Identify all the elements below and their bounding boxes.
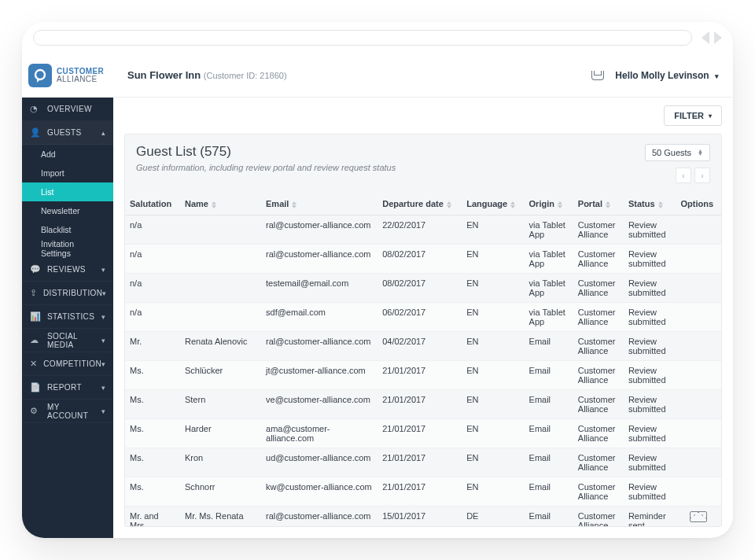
cell: n/a [125,274,180,303]
sidebar-item-distribution[interactable]: ⇪DISTRIBUTION▾ [22,282,113,305]
cell: ral@customer-alliance.com [261,332,378,361]
main-column: Sun Flower Inn (Customer ID: 21860) Hell… [113,53,733,538]
cell: Customer Alliance [573,303,624,332]
cell [180,216,261,245]
table-row[interactable]: Ms.Schnorrkw@customer-alliance.com21/01/… [125,477,721,507]
col-header-departure-date[interactable]: Departure date [378,193,462,216]
nav-forward-icon[interactable] [714,31,722,44]
cell-options [676,477,721,507]
sidebar-item-guests[interactable]: 👤GUESTS▴ [22,121,113,145]
cell: ral@customer-alliance.com [261,216,378,245]
cell: Review submitted [624,419,676,448]
cell-options [676,419,721,448]
col-header-language[interactable]: Language [462,193,524,216]
sidebar-item-label: STATISTICS [47,312,101,321]
table-row[interactable]: n/aral@customer-alliance.com08/02/2017EN… [125,245,721,274]
cell: 08/02/2017 [378,274,462,303]
left-column: CUSTOMER ALLIANCE ◔OVERVIEW👤GUESTS▴AddIm… [22,53,113,538]
sort-icon [510,201,515,208]
cell [180,274,261,303]
guest-table: SalutationNameEmailDeparture dateLanguag… [125,193,721,526]
cell: Schlücker [180,361,261,390]
sidebar-item-label: MY ACCOUNT [47,403,101,420]
mail-icon[interactable] [690,511,707,522]
sidebar-item-label: REVIEWS [47,265,101,274]
sidebar-item-label: Add [41,149,56,159]
sidebar-subitem-list[interactable]: List [22,182,113,201]
cell: 21/01/2017 [378,477,462,507]
sidebar-subitem-add[interactable]: Add [22,145,113,164]
cell: Email [525,390,573,419]
table-scroll[interactable]: SalutationNameEmailDeparture dateLanguag… [125,193,721,526]
col-header-email[interactable]: Email [261,193,378,216]
cell [180,245,261,274]
sidebar-item-my-account[interactable]: ⚙MY ACCOUNT▾ [22,400,113,423]
col-header-label: Portal [578,199,602,208]
inbox-icon[interactable] [591,71,604,80]
cell: n/a [125,245,180,274]
table-row[interactable]: n/aral@customer-alliance.com22/02/2017EN… [125,216,721,245]
col-header-options: Options [676,193,721,216]
table-row[interactable]: Ms.Kronud@customer-alliance.com21/01/201… [125,448,721,477]
cell-options [676,361,721,390]
sidebar-item-social-media[interactable]: ☁SOCIAL MEDIA▾ [22,329,113,352]
table-row[interactable]: Mr.Renata Alenovicral@customer-alliance.… [125,332,721,361]
pager-next[interactable]: › [694,168,710,183]
cell: Email [525,419,573,448]
cell: Review submitted [624,216,676,245]
pager-prev[interactable]: ‹ [676,168,691,183]
cell: Mr. Ms. Renata [180,507,261,527]
col-header-portal[interactable]: Portal [573,193,624,216]
nav-back-icon[interactable] [702,31,709,44]
table-row[interactable]: Ms.Schlückerjt@customer-alliance.com21/0… [125,361,721,390]
sidebar-item-competition[interactable]: ✕COMPETITION▾ [22,352,113,376]
toolbar: FILTER ▾ [124,105,722,126]
nav-arrows [702,31,722,44]
table-row[interactable]: Ms.Sternve@customer-alliance.com21/01/20… [125,390,721,419]
cell: Email [525,448,573,477]
sidebar-subitem-import[interactable]: Import [22,164,113,182]
table-row[interactable]: Mr. and Mrs.Mr. Ms. Renataral@customer-a… [125,507,721,527]
sidebar-item-reviews[interactable]: 💬REVIEWS▾ [22,258,113,282]
cell: EN [462,390,524,419]
cell: testemail@email.com [261,274,378,303]
svg-point-0 [35,70,45,79]
user-menu[interactable]: Hello Molly Levinson ▾ [615,70,719,81]
cell-options [676,303,721,332]
col-header-origin[interactable]: Origin [525,193,573,216]
cell: Review submitted [624,245,676,274]
table-row[interactable]: n/atestemail@email.com08/02/2017ENvia Ta… [125,274,721,303]
cell: 21/01/2017 [378,390,462,419]
sidebar-subitem-blacklist[interactable]: Blacklist [22,220,113,239]
sidebar-item-overview[interactable]: ◔OVERVIEW [22,98,113,121]
cell-options [676,448,721,477]
col-header-name[interactable]: Name [180,193,261,216]
sidebar-item-report[interactable]: 📄REPORT▾ [22,376,113,400]
brand-text: CUSTOMER ALLIANCE [57,68,104,84]
page-size-select[interactable]: 50 Guests ▲▼ [645,144,710,161]
sidebar: ◔OVERVIEW👤GUESTS▴AddImportListNewsletter… [22,98,113,538]
sidebar-subitem-invitation-settings[interactable]: Invitation Settings [22,239,113,258]
cell-options [676,274,721,303]
sidebar-subitem-newsletter[interactable]: Newsletter [22,201,113,220]
cell: Customer Alliance [573,390,624,419]
url-bar[interactable] [33,30,692,46]
cell: EN [462,361,524,390]
col-header-status[interactable]: Status [624,193,676,216]
table-row[interactable]: n/asdf@email.com06/02/2017ENvia Tablet A… [125,303,721,332]
cell: Ms. [125,390,180,419]
table-row[interactable]: Ms.Harderama@customer-alliance.com21/01/… [125,419,721,448]
sidebar-item-label: GUESTS [47,128,101,137]
bubble-icon: ☁ [30,335,41,345]
sidebar-item-statistics[interactable]: 📊STATISTICS▾ [22,305,113,329]
panel-title: Guest List (575) [136,144,396,160]
chevron-down-icon: ▾ [709,112,712,120]
cell: n/a [125,303,180,332]
cell: Customer Alliance [573,419,624,448]
pager: ‹ › [676,168,710,183]
cell: Email [525,332,573,361]
cell: Ms. [125,419,180,448]
filter-button[interactable]: FILTER ▾ [664,105,722,126]
col-header-label: Options [680,199,713,208]
cell: via Tablet App [525,245,573,274]
